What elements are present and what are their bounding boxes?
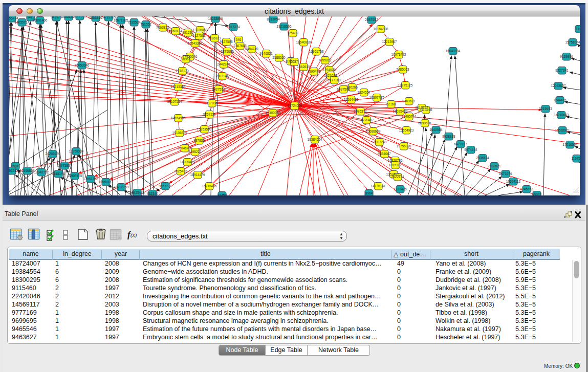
svg-text:2803144: 2803144 (215, 74, 229, 78)
svg-text:16671385: 16671385 (114, 18, 128, 22)
svg-text:8964: 8964 (365, 191, 373, 195)
svg-text:12275125: 12275125 (398, 83, 413, 87)
svg-text:12905135: 12905135 (68, 174, 82, 178)
svg-text:751552: 751552 (140, 23, 151, 26)
svg-text:18907249: 18907249 (372, 140, 387, 144)
svg-text:1815112: 1815112 (389, 163, 402, 167)
svg-text:7515524: 7515524 (127, 20, 141, 24)
svg-text:2087682: 2087682 (365, 18, 378, 21)
svg-text:16914479: 16914479 (190, 173, 205, 177)
svg-text:1824554: 1824554 (357, 91, 371, 94)
svg-text:14099489: 14099489 (180, 160, 195, 164)
svg-text:14055714: 14055714 (15, 20, 30, 24)
svg-text:6699695: 6699695 (418, 121, 431, 125)
svg-text:8813054: 8813054 (267, 17, 280, 21)
svg-text:9657771: 9657771 (159, 184, 172, 188)
svg-text:1733426: 1733426 (394, 187, 407, 191)
svg-text:16033809: 16033809 (208, 17, 223, 20)
svg-text:15716485: 15716485 (202, 184, 217, 188)
svg-text:941979: 941979 (51, 16, 62, 19)
svg-text:16648784: 16648784 (446, 49, 461, 53)
svg-text:13226058: 13226058 (193, 28, 208, 32)
svg-text:17957252: 17957252 (83, 177, 98, 181)
svg-text:15692971: 15692971 (555, 128, 570, 132)
svg-text:10654112: 10654112 (506, 180, 521, 183)
svg-text:2935114: 2935114 (476, 156, 489, 160)
svg-text:1145194: 1145194 (52, 172, 65, 176)
svg-text:9127508: 9127508 (220, 40, 233, 43)
svg-text:417006: 417006 (206, 101, 217, 105)
svg-text:125439: 125439 (287, 31, 298, 35)
svg-text:2037: 2037 (291, 60, 298, 63)
svg-text:9245652: 9245652 (520, 187, 533, 191)
svg-text:20691406: 20691406 (33, 18, 48, 22)
svg-text:7357274: 7357274 (227, 25, 240, 29)
svg-text:1527602: 1527602 (73, 16, 86, 18)
svg-text:10688609: 10688609 (366, 129, 381, 133)
svg-text:10025433: 10025433 (393, 110, 408, 113)
svg-text:13495744: 13495744 (402, 115, 417, 118)
svg-text:6466160: 6466160 (89, 16, 102, 19)
svg-text:15751074: 15751074 (565, 40, 580, 44)
svg-text:10046708: 10046708 (178, 146, 192, 150)
svg-text:10807487: 10807487 (369, 96, 384, 99)
svg-text:8471676: 8471676 (499, 172, 512, 176)
svg-text:3215953: 3215953 (539, 107, 552, 111)
svg-text:12156859: 12156859 (20, 169, 35, 172)
svg-text:10958117: 10958117 (99, 180, 114, 184)
svg-text:2718170: 2718170 (176, 69, 189, 73)
svg-text:19756928: 19756928 (397, 144, 411, 148)
svg-text:13654923: 13654923 (399, 128, 414, 132)
svg-text:9129996: 9129996 (560, 55, 573, 58)
svg-text:9427552: 9427552 (212, 87, 225, 91)
svg-text:9777169: 9777169 (328, 78, 341, 82)
svg-text:19384554: 19384554 (308, 138, 322, 141)
svg-text:546: 546 (236, 38, 242, 41)
svg-text:9463627: 9463627 (402, 99, 416, 103)
svg-text:93052: 93052 (532, 193, 541, 195)
svg-text:9127503: 9127503 (192, 34, 206, 37)
svg-text:15720407: 15720407 (359, 118, 374, 122)
svg-text:9474444: 9474444 (464, 148, 477, 151)
svg-text:16210643: 16210643 (554, 113, 569, 117)
svg-text:2522134: 2522134 (391, 175, 404, 179)
svg-text:16961758: 16961758 (309, 50, 324, 53)
svg-text:1588520: 1588520 (272, 56, 286, 59)
svg-text:2055724: 2055724 (9, 16, 18, 20)
svg-text:12942737: 12942737 (34, 170, 49, 174)
svg-text:9227341: 9227341 (555, 69, 569, 72)
svg-text:62160: 62160 (386, 102, 396, 106)
svg-text:4498222: 4498222 (188, 150, 202, 154)
svg-text:16320786: 16320786 (388, 159, 403, 162)
svg-text:(x): (x) (130, 232, 137, 238)
svg-text:19218506: 19218506 (277, 25, 292, 28)
svg-text:1640954: 1640954 (429, 128, 443, 132)
svg-text:98961: 98961 (181, 57, 190, 61)
svg-text:19654955: 19654955 (171, 116, 186, 120)
svg-text:85001: 85001 (11, 164, 20, 168)
svg-text:1621078: 1621078 (324, 74, 337, 77)
svg-text:12213383: 12213383 (171, 85, 186, 89)
svg-text:7663822: 7663822 (156, 26, 169, 29)
svg-text:10782759: 10782759 (114, 185, 129, 189)
svg-text:6794028: 6794028 (322, 68, 336, 72)
svg-text:1990448: 1990448 (307, 70, 320, 73)
svg-text:18300295: 18300295 (266, 111, 280, 115)
svg-text:15353593: 15353593 (197, 127, 212, 131)
svg-text:1244415: 1244415 (553, 98, 567, 102)
svg-text:21564436: 21564436 (344, 98, 359, 101)
svg-text:7625402: 7625402 (174, 169, 187, 173)
svg-text:18724007: 18724007 (288, 104, 302, 107)
svg-text:18640910: 18640910 (296, 40, 311, 44)
svg-text:8660124: 8660124 (169, 29, 182, 33)
svg-text:891295: 891295 (182, 31, 193, 34)
svg-text:1562615: 1562615 (297, 65, 310, 69)
svg-text:2442845: 2442845 (217, 62, 230, 66)
svg-text:20053346: 20053346 (75, 63, 90, 67)
svg-text:10154808: 10154808 (374, 27, 388, 31)
svg-text:6479197: 6479197 (454, 142, 467, 146)
svg-text:19106825: 19106825 (172, 131, 187, 135)
svg-text:9146821: 9146821 (259, 52, 273, 55)
svg-text:10975887: 10975887 (57, 164, 72, 167)
svg-text:7955812: 7955812 (318, 58, 332, 62)
